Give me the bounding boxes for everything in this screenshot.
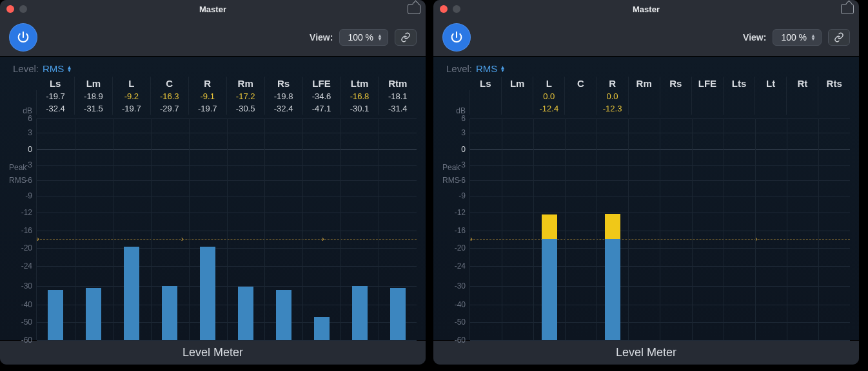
level-value: RMS: [476, 63, 497, 74]
rms-value: -32.4: [37, 102, 75, 115]
bar-column: [379, 119, 417, 340]
channel-header: L: [112, 77, 150, 90]
bar-column: [113, 119, 151, 340]
meter-bar: [86, 288, 101, 340]
popout-icon[interactable]: [841, 4, 854, 14]
gridline: [37, 340, 417, 341]
bars: [37, 119, 417, 340]
power-button[interactable]: [9, 23, 37, 52]
peak-value: [818, 90, 850, 102]
channel-header: L: [533, 77, 565, 90]
readout-table: LsLmLCRRmRsLFELtmRtm-19.7-18.9-9.2-16.3-…: [36, 77, 417, 115]
close-icon[interactable]: [440, 5, 448, 13]
y-tick: -20: [455, 243, 466, 252]
y-tick: -24: [455, 262, 466, 271]
y-tick: -12: [455, 208, 466, 217]
bar-column: [818, 119, 850, 340]
rms-value: -31.4: [379, 102, 417, 115]
vgrid: [724, 119, 724, 340]
bar-column: [151, 119, 189, 340]
vgrid: [628, 119, 629, 340]
zoom-value: 100 %: [348, 32, 373, 43]
bar-column: [565, 119, 597, 340]
peak-value: -34.6: [302, 90, 340, 102]
plugin-window: MasterView:100 %▲▼Level:RMS▲▼LsLmLCRRmRs…: [433, 0, 859, 365]
bar-column: [628, 119, 660, 340]
meter-bar: [162, 286, 177, 340]
bar-column: [264, 119, 302, 340]
level-select[interactable]: RMS▲▼: [476, 63, 505, 74]
meter-bar: [238, 287, 253, 340]
rms-value: -12.3: [597, 102, 628, 115]
minimize-icon[interactable]: [453, 5, 460, 13]
plot-area: ›››: [36, 119, 417, 340]
y-tick: -16: [21, 226, 32, 235]
zoom-select[interactable]: 100 %▲▼: [773, 29, 822, 46]
chevron-updown-icon: ▲▼: [811, 34, 816, 41]
plot-area: ›››: [469, 119, 850, 340]
vgrid: [302, 119, 303, 340]
peak-value: [724, 90, 755, 102]
peak-value: -16.8: [340, 90, 379, 102]
vgrid: [151, 119, 152, 340]
rms-value: -31.5: [74, 102, 112, 115]
vgrid: [660, 119, 660, 340]
vgrid: [565, 119, 566, 340]
power-button[interactable]: [442, 23, 471, 52]
link-button[interactable]: [395, 29, 417, 46]
peak-value: [660, 90, 691, 102]
vgrid: [818, 119, 819, 340]
bar-column: [37, 119, 75, 340]
bar-column: [227, 119, 265, 340]
meter-bar: [200, 247, 215, 340]
meter-bar: [48, 290, 63, 340]
footer-title: Level Meter: [433, 340, 859, 365]
bar-column: [470, 119, 502, 340]
y-tick: -40: [455, 300, 466, 309]
bars: [470, 119, 850, 340]
y-tick: -60: [21, 336, 32, 345]
view-label: View:: [743, 32, 766, 43]
popout-icon[interactable]: [408, 4, 420, 14]
titlebar: Master: [0, 0, 426, 18]
bar-column: [787, 119, 818, 340]
peak-value: [502, 90, 533, 102]
channel-header: R: [597, 77, 628, 90]
zoom-select[interactable]: 100 %▲▼: [339, 29, 388, 46]
link-button[interactable]: [828, 29, 850, 46]
rms-value: [565, 102, 597, 115]
y-tick: -16: [455, 226, 466, 235]
minimize-icon[interactable]: [19, 5, 27, 13]
y-tick: -3: [459, 160, 466, 169]
chevron-updown-icon: ▲▼: [66, 66, 72, 72]
level-select[interactable]: RMS▲▼: [43, 63, 72, 74]
rms-value: -47.1: [302, 102, 340, 115]
y-tick: 3: [28, 128, 32, 137]
channel-header: Ls: [470, 77, 502, 90]
y-tick: -30: [21, 281, 32, 290]
channel-header: C: [150, 77, 188, 90]
bar-column: [533, 119, 565, 340]
y-tick: -50: [21, 318, 32, 327]
meter-bar: [314, 317, 330, 340]
bar-column: [597, 119, 628, 340]
chevron-updown-icon: ▲▼: [500, 66, 505, 72]
vgrid: [755, 119, 756, 340]
readout-table: LsLmLCRRmRsLFELtsLtRtRts0.00.0-12.4-12.3: [469, 77, 850, 115]
vgrid: [75, 119, 75, 340]
y-tick: -6: [25, 176, 32, 185]
peak-value: -9.2: [112, 90, 150, 102]
channel-header: Rt: [787, 77, 818, 90]
vgrid: [502, 119, 502, 340]
meter-bar-tip: [542, 214, 557, 240]
meter-bar: [276, 290, 291, 340]
bar-column: [75, 119, 113, 340]
channel-header: Lt: [755, 77, 787, 90]
meter-panel: Level:RMS▲▼LsLmLCRRmRsLFELtmRtm-19.7-18.…: [0, 57, 426, 340]
close-icon[interactable]: [6, 5, 14, 13]
toolbar: View:100 %▲▼: [0, 18, 426, 57]
rms-value: -30.5: [226, 102, 264, 115]
level-row: Level:RMS▲▼: [13, 63, 417, 74]
vgrid: [340, 119, 341, 340]
meter-chart: dB630-3-6-9-12-16-20-24-30-40-50-60›››: [442, 119, 850, 340]
